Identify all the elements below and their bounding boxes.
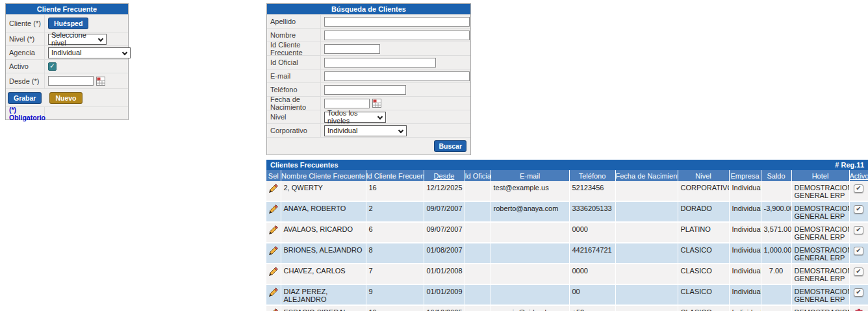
search-row-id-cliente: Id Cliente Frecuente [267, 42, 470, 55]
cell-desde: 16/12/2025 [424, 305, 465, 311]
table-row: 2, QWERTY1612/12/2025test@example.us5212… [266, 181, 868, 201]
cell-nombre: BRIONES, ALEJANDRO [281, 243, 366, 264]
apellido-input[interactable] [324, 17, 470, 27]
corporativo-select[interactable]: Individual [324, 125, 407, 136]
huesped-button[interactable]: Huésped [48, 18, 88, 29]
nivel-filter-value: Todos los niveles [327, 109, 375, 125]
edit-pencil-icon[interactable] [266, 264, 281, 284]
cell-saldo [761, 181, 791, 201]
delete-trash-icon[interactable] [849, 305, 868, 311]
cell-desde: 09/07/2007 [424, 201, 465, 222]
nivel-label: Nivel (*) [6, 32, 45, 45]
cell-desde: 09/07/2007 [424, 222, 465, 243]
grabar-button[interactable]: Grabar [8, 92, 42, 104]
activo-checkbox[interactable]: ✓ [48, 62, 57, 71]
id-cliente-frecuente-label: Id Cliente Frecuente [267, 42, 321, 55]
chevron-down-icon [398, 127, 403, 132]
edit-pencil-icon[interactable] [266, 243, 281, 264]
form-row-desde: Desde (*) [6, 73, 128, 88]
cell-saldo: -3,900.00 [761, 201, 791, 222]
cell-id-oficial [465, 284, 491, 305]
cell-nivel: CLASICO [678, 284, 729, 305]
cell-nombre: AVALAOS, RICARDO [281, 222, 366, 243]
column-header-activo[interactable]: Activo [849, 170, 868, 181]
cell-email: roberto@anaya.com [491, 201, 569, 222]
clientes-frecuentes-section: Clientes Frecuentes # Reg.11 SelNombre C… [266, 160, 868, 311]
chevron-down-icon [377, 114, 383, 119]
nivel-select[interactable]: Seleccione nivel [48, 34, 107, 45]
cell-saldo: 1,000.00 [761, 243, 791, 264]
cell-id: 9 [366, 284, 424, 305]
cell-id-oficial [465, 264, 491, 284]
activo-checked-icon[interactable]: ✔ [849, 264, 868, 284]
cell-saldo: 7.00 [761, 264, 791, 284]
telefono-label: Teléfono [267, 83, 321, 96]
search-row-fecha-nacimiento: Fecha de Nacimiento [267, 96, 470, 110]
cell-telefono: 3336205133 [569, 201, 615, 222]
clientes-table-body: 2, QWERTY1612/12/2025test@example.us5212… [266, 181, 868, 311]
activo-checked-icon[interactable]: ✔ [849, 243, 868, 264]
agencia-select-value: Individual [51, 49, 81, 56]
buscar-button[interactable]: Buscar [434, 140, 466, 152]
search-row-nivel: Nivel Todos los niveles [267, 110, 470, 123]
activo-checked-icon[interactable]: ✔ [849, 284, 868, 305]
nuevo-button[interactable]: Nuevo [49, 92, 82, 104]
cell-telefono: +52 [569, 305, 615, 311]
edit-pencil-icon[interactable] [266, 201, 281, 222]
column-header-desde[interactable]: Desde [424, 170, 465, 181]
cell-email [491, 222, 569, 243]
calendar-icon[interactable] [96, 77, 105, 86]
edit-pencil-icon[interactable] [266, 305, 281, 311]
obligatorio-note: (*) Obligatorio [9, 106, 45, 121]
form-row-activo: Activo ✓ [6, 59, 128, 73]
edit-pencil-icon[interactable] [266, 181, 281, 201]
edit-pencil-icon[interactable] [266, 284, 281, 305]
cliente-label: Cliente (*) [6, 15, 45, 32]
edit-pencil-icon[interactable] [266, 222, 281, 243]
nivel-filter-select[interactable]: Todos los niveles [324, 112, 386, 123]
cell-telefono: 0000 [569, 222, 615, 243]
cell-telefono: 0000 [569, 264, 615, 284]
busqueda-clientes-panel: Búsqueda de Clientes Apellido Nombre Id … [266, 3, 471, 155]
fecha-nacimiento-input[interactable] [324, 99, 370, 108]
calendar-icon[interactable] [372, 99, 381, 108]
cell-email [491, 243, 569, 264]
activo-checked-icon[interactable]: ✔ [849, 222, 868, 243]
form-row-cliente: Cliente (*) Huésped [6, 14, 128, 32]
cell-empresa: Individual [729, 243, 761, 264]
form-row-agencia: Agencia Individual [6, 45, 128, 59]
cell-email [491, 264, 569, 284]
column-header-tel-fono: Teléfono [569, 170, 615, 181]
cell-empresa: Individual [729, 201, 761, 222]
id-oficial-label: Id Oficial [267, 56, 321, 69]
activo-checked-icon[interactable]: ✔ [849, 181, 868, 201]
cell-id-oficial [465, 222, 491, 243]
cell-empresa: Individual [729, 305, 761, 311]
cell-saldo [761, 305, 791, 311]
busqueda-title: Búsqueda de Clientes [267, 4, 470, 14]
form-row-note: (*) Obligatorio [6, 106, 128, 119]
cell-fecha-nacimiento [615, 222, 678, 243]
nivel-select-value: Seleccione nivel [51, 31, 96, 47]
cell-empresa: Individual [729, 264, 761, 284]
cell-desde: 01/01/2009 [424, 284, 465, 305]
nombre-input[interactable] [324, 31, 470, 40]
nombre-label: Nombre [267, 29, 321, 42]
cell-fecha-nacimiento [615, 305, 678, 311]
cell-desde: 01/01/2008 [424, 264, 465, 284]
cell-fecha-nacimiento [615, 201, 678, 222]
cell-nivel: CLASICO [678, 264, 729, 284]
cell-hotel: DEMOSTRACION GENERAL ERP [791, 284, 849, 305]
activo-checked-icon[interactable]: ✔ [849, 201, 868, 222]
cell-fecha-nacimiento [615, 243, 678, 264]
desde-input[interactable] [48, 76, 94, 86]
telefono-input[interactable] [324, 85, 406, 95]
email-input[interactable] [324, 71, 470, 81]
id-oficial-input[interactable] [324, 58, 436, 68]
agencia-select[interactable]: Individual [48, 47, 131, 58]
cell-desde: 12/12/2025 [424, 181, 465, 201]
clientes-header-row: SelNombre Cliente FrecuenteId Cliente Fr… [266, 170, 868, 181]
id-cliente-frecuente-input[interactable] [324, 44, 380, 54]
cell-nombre: ANAYA, ROBERTO [281, 201, 366, 222]
cell-hotel: DEMOSTRACION GENERAL ERP [791, 201, 849, 222]
